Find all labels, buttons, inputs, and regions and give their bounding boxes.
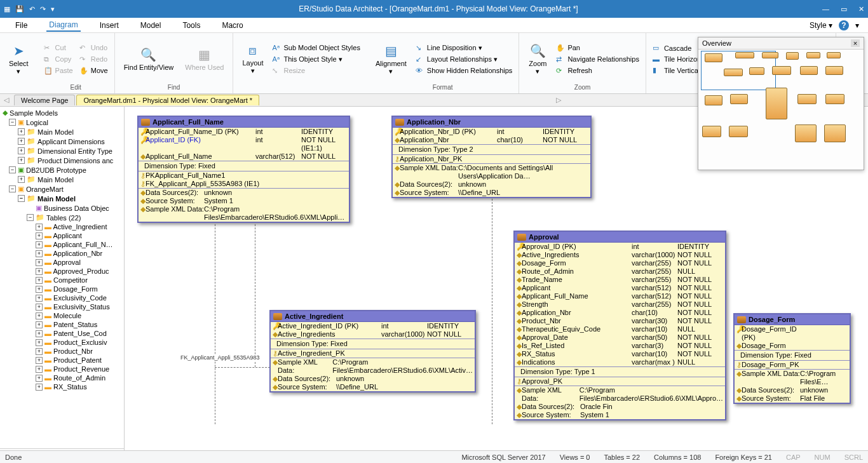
close-button[interactable]: ✕: [858, 5, 864, 13]
resize-button[interactable]: ⤡Resize: [271, 66, 361, 76]
tree-table-item[interactable]: +▬ Exclusivity_Status: [0, 302, 124, 311]
redo-icon: ↷: [79, 55, 88, 64]
tree-table-item[interactable]: +▬ Molecule: [0, 311, 124, 320]
tree-item[interactable]: ▣ Business Data Objec: [0, 203, 124, 213]
style-dropdown[interactable]: Style ▾: [807, 20, 835, 31]
move-icon: ✋: [79, 67, 88, 75]
tree-table-item[interactable]: +▬ RX_Status: [0, 382, 124, 391]
refresh-icon: ⟳: [556, 67, 565, 75]
where-used-button[interactable]: ▦Where Used: [181, 36, 227, 83]
tree-table-item[interactable]: +▬ Product_Revenue: [0, 365, 124, 373]
status-server: Microsoft SQL Server 2017: [461, 453, 545, 461]
pan-button[interactable]: ✋Pan: [555, 43, 641, 53]
tab-orangemart[interactable]: OrangeMart.dm1 - Physical Model View: Or…: [76, 95, 259, 105]
navigate-rel-button[interactable]: ⇄Navigate Relationships: [555, 55, 641, 64]
tree-table-item[interactable]: +▬ Exclusivity_Code: [0, 293, 124, 302]
app-icon: ▦: [4, 5, 10, 13]
help-dropdown-icon[interactable]: ▾: [853, 20, 862, 31]
this-object-style-button[interactable]: AᵃThis Object Style ▾: [271, 55, 361, 64]
submodel-styles-button[interactable]: AᵃSub Model Object Styles: [271, 43, 361, 53]
menu-insert[interactable]: Insert: [97, 20, 121, 31]
tree-item[interactable]: +📁 Applicant Dimensions: [0, 137, 124, 146]
tree-item[interactable]: +📁 Product Dimensions anc: [0, 156, 124, 165]
copy-button[interactable]: ⧉Copy: [43, 55, 74, 64]
tab-welcome[interactable]: Welcome Page: [14, 95, 75, 105]
menu-macro[interactable]: Macro: [219, 20, 245, 31]
tree-table-item[interactable]: +▬ Product_Exclusiv: [0, 338, 124, 347]
search-icon: 🔍: [140, 47, 156, 62]
undo-button[interactable]: ↶Undo: [78, 43, 109, 53]
cut-button[interactable]: ✂Cut: [43, 43, 74, 53]
tree-table-item[interactable]: +▬ Approval: [0, 258, 124, 267]
status-scrl: SCRL: [844, 453, 863, 461]
nav-icon: ⇄: [556, 55, 565, 64]
status-fks: Foreign Keys = 21: [715, 453, 772, 461]
tree-table-item[interactable]: +▬ Approved_Produc: [0, 267, 124, 276]
copy-icon: ⧉: [44, 55, 53, 64]
undo-icon[interactable]: ↶: [29, 5, 35, 13]
tree-table-item[interactable]: +▬ Product_Patent: [0, 356, 124, 365]
tree-db2[interactable]: −▣ DB2UDB Prototype: [0, 165, 124, 175]
redo-button[interactable]: ↷Redo: [78, 55, 109, 64]
tree-table-item[interactable]: +▬ Applicant: [0, 231, 124, 240]
zoom-button[interactable]: 🔍Zoom▾: [524, 36, 551, 83]
menu-tools[interactable]: Tools: [180, 20, 203, 31]
tree-table-item[interactable]: +▬ Patent_Use_Cod: [0, 329, 124, 338]
minimize-button[interactable]: —: [822, 5, 829, 13]
redo-icon[interactable]: ↷: [40, 5, 46, 13]
grid-icon: ▦: [198, 47, 210, 62]
entity-applicant-full-name[interactable]: Applicant_Full_Name🔑Applicant_Full_Name_…: [137, 116, 350, 223]
tree-table-item[interactable]: +▬ Patent_Status: [0, 320, 124, 329]
tree-table-item[interactable]: +▬ Dosage_Form: [0, 285, 124, 293]
line-icon: ↘: [416, 44, 424, 52]
select-button[interactable]: ➤ Select▾: [5, 36, 32, 83]
entity-active-ingredient[interactable]: Active_Ingredient🔑Active_Ingredient_ID (…: [269, 310, 476, 393]
status-columns: Columns = 108: [654, 453, 701, 461]
move-button[interactable]: ✋Move: [78, 66, 109, 76]
window-title: ER/Studio Data Architect - [OrangeMart.d…: [55, 4, 822, 13]
tabstrip-left-icon[interactable]: ◁: [4, 96, 9, 104]
menu-diagram[interactable]: Diagram: [46, 19, 80, 32]
maximize-button[interactable]: ▭: [841, 5, 847, 13]
status-tables: Tables = 22: [604, 453, 641, 461]
tab-close-icon[interactable]: ▷: [556, 96, 561, 104]
overview-body[interactable]: [698, 50, 864, 168]
eye-icon: 👁: [416, 67, 424, 74]
overview-close-icon[interactable]: ×: [851, 39, 860, 47]
entity-dosage-form[interactable]: Dosage_Form🔑Dosage_Form_ID (PK)◆Dosage_F…: [733, 313, 851, 404]
tree-table-item[interactable]: +▬ Competitor: [0, 276, 124, 285]
cut-icon: ✂: [44, 44, 53, 52]
tree-table-item[interactable]: +▬ Active_Ingredient: [0, 222, 124, 231]
rel-icon: ↙: [416, 55, 424, 64]
overview-panel[interactable]: Overview×: [698, 37, 864, 170]
tree-table-item[interactable]: +▬ Application_Nbr: [0, 249, 124, 258]
entity-approval[interactable]: Approval🔑Approval_ID (PK)intIDENTITY◆Act…: [513, 231, 726, 420]
style-icon: Aᵃ: [272, 55, 281, 64]
tree-table-item[interactable]: +▬ Applicant_Full_N…: [0, 240, 124, 249]
alignment-button[interactable]: ▤Alignment▾: [372, 36, 410, 83]
tree-tables[interactable]: −📁 Tables (22): [0, 213, 124, 222]
model-explorer: ◆ Sample Models −▣ Logical +📁 Main Model…: [0, 107, 125, 462]
menu-file[interactable]: File: [13, 20, 30, 31]
find-entity-button[interactable]: 🔍Find Entity/View: [120, 36, 178, 83]
tree-item[interactable]: +📁 Main Model: [0, 175, 124, 184]
layout-button[interactable]: ⧈Layout▾: [238, 36, 267, 83]
tree-table-item[interactable]: +▬ Route_of_Admin: [0, 373, 124, 382]
paste-button[interactable]: 📋Paste: [43, 66, 74, 76]
layout-relationships-button[interactable]: ↙Layout Relationships ▾: [414, 55, 514, 64]
tree-item[interactable]: +📁 Dimensional Entity Type: [0, 146, 124, 156]
relationship-label: FK_Applicant_Appli_5535A983: [179, 354, 261, 361]
line-disposition-button[interactable]: ↘Line Disposition ▾: [414, 43, 514, 53]
tree-root[interactable]: ◆ Sample Models: [0, 108, 124, 117]
refresh-button[interactable]: ⟳Refresh: [555, 66, 641, 76]
tree-orange[interactable]: −▣ OrangeMart: [0, 184, 124, 194]
tree-orange-main[interactable]: −📁 Main Model: [0, 194, 124, 203]
show-hidden-rel-button[interactable]: 👁Show Hidden Relationships: [414, 66, 514, 75]
help-icon[interactable]: ?: [839, 20, 849, 30]
menu-model[interactable]: Model: [138, 20, 164, 31]
tree-logical[interactable]: −▣ Logical: [0, 117, 124, 127]
entity-application-nbr[interactable]: Application_Nbr🔑Application_Nbr_ID (PK)i…: [391, 116, 592, 198]
tree-item[interactable]: +📁 Main Model: [0, 127, 124, 137]
tree-table-item[interactable]: +▬ Product_Nbr: [0, 347, 124, 356]
save-icon[interactable]: 💾: [15, 5, 24, 13]
